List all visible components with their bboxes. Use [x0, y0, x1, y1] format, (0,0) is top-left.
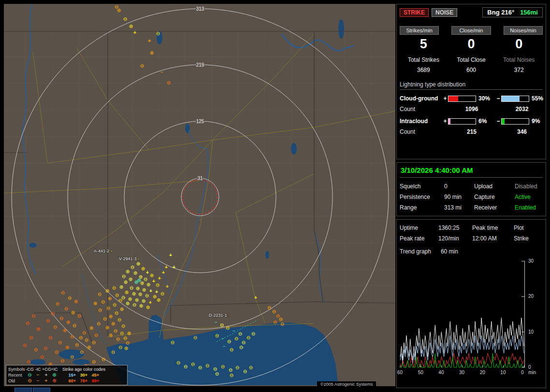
datetime-display: 3/10/2026 4:40:00 AM: [400, 166, 543, 178]
ic-plus-bar: [448, 118, 476, 125]
strike-button[interactable]: STRIKE: [400, 8, 429, 17]
strike-symbol: +: [148, 38, 151, 43]
strike-symbol: ⊕: [157, 297, 160, 303]
tray-item-2[interactable]: [33, 388, 50, 392]
totals-row: Total Strikes 3689 Total Close 600 Total…: [400, 56, 543, 73]
strike-symbol: ⊖: [68, 295, 72, 301]
strike-symbol: ⊖: [184, 364, 188, 369]
trend-x-tick: 30: [459, 370, 464, 375]
strikes-per-min-header: Strikes/min: [400, 26, 439, 35]
strike-symbol: ⊖: [118, 345, 122, 350]
strike-symbol: +: [166, 283, 169, 289]
strike-symbol: ⊖: [205, 363, 209, 368]
strike-symbol: ⊕: [71, 310, 75, 315]
intracloud-row: Intracloud + 6% − 9%: [400, 118, 543, 125]
noise-button[interactable]: NOISE: [432, 8, 457, 17]
minus-sign: −: [495, 95, 501, 102]
legend-row-label: Old: [8, 378, 26, 383]
strike-symbol: ⊖: [61, 290, 65, 295]
strike-symbol: ⊕: [87, 345, 91, 350]
legend-symbol: +: [42, 373, 50, 378]
system-panel: 3/10/2026 4:40:00 AM Squelch 0 Upload Di…: [396, 162, 546, 216]
tray-item-1[interactable]: [14, 388, 32, 392]
bearing-label: Bng 216°: [487, 9, 514, 16]
strike-symbol: ⊖: [140, 63, 144, 69]
strike-symbol: ⊕: [142, 287, 146, 293]
strike-symbol: ⊖: [64, 306, 68, 311]
legend-age-code: 60+: [64, 378, 76, 383]
strike-symbol: ⊖: [75, 342, 79, 348]
persistence-value: 90 min: [444, 194, 474, 200]
strike-symbol: ⊖: [80, 350, 84, 355]
strike-symbol: ⊕: [150, 273, 154, 278]
distribution-title: Lightning type distribution: [400, 81, 543, 90]
trend-x-tick: 50: [418, 370, 423, 375]
cg-minus-count: 2032: [501, 106, 543, 112]
strike-symbol: ⊕: [119, 284, 123, 290]
trend-window-value: 60 min: [441, 248, 458, 255]
strike-symbol: ⊕: [126, 269, 130, 274]
legend-age-title: Strike age color codes: [62, 367, 105, 372]
storm-track-label: V-2941-3 ›: [119, 256, 139, 261]
strike-symbol: ⊖: [191, 362, 195, 367]
strike-symbol: ⊖: [117, 317, 121, 322]
intracloud-count-row: Count 215 346: [400, 128, 543, 135]
strike-symbol: ⊖: [160, 291, 164, 296]
strike-symbol: ⊖: [123, 16, 127, 22]
strike-symbol: ⊖: [156, 282, 159, 288]
cg-minus-pct: 55%: [529, 95, 543, 102]
strike-symbol: ⊕: [109, 333, 113, 338]
strike-symbol: ⊖: [132, 302, 136, 308]
strike-symbol: ⊖: [72, 323, 76, 328]
strike-symbol: ⊕: [36, 326, 40, 332]
cg-plus-count: 1096: [448, 106, 495, 112]
storm-track-label: D-2231-1 ›: [209, 313, 230, 318]
peak-time-value: 12:00 AM: [472, 235, 514, 242]
cloud-ground-count-row: Count 1096 2032: [400, 106, 543, 112]
strike-symbol: ⊖: [171, 340, 174, 345]
strike-symbol: ⊖: [215, 333, 219, 338]
peak-time-label: Peak time: [472, 224, 514, 231]
strike-symbol: +: [169, 252, 172, 258]
ic-minus-pct: 9%: [529, 118, 543, 125]
total-close: Total Close 600: [448, 56, 495, 73]
strike-symbol: ⊖: [267, 305, 271, 310]
strike-symbol: ⊖: [27, 359, 30, 364]
persistence-label: Persistence: [400, 194, 444, 200]
strike-symbol: +: [152, 278, 155, 284]
ring-label-313: 313: [196, 6, 204, 12]
trend-graph: 30201006050403020100min: [400, 259, 543, 379]
capture-label: Capture: [474, 194, 515, 200]
total-close-label: Total Close: [448, 56, 495, 63]
strike-symbol: ⊕: [124, 280, 128, 285]
ic-minus-count: 346: [501, 128, 543, 135]
strike-symbol: ⊕: [139, 303, 143, 308]
strike-symbol: +: [162, 269, 165, 275]
peak-rate-label: Peak rate: [400, 235, 438, 242]
strike-symbol: ⊖: [101, 357, 105, 362]
strike-symbol: ⊖: [79, 335, 83, 340]
lightning-map[interactable]: 313 219 125 31 ⊕⊖⊕⊕+⊕⊕⊖⊕⊕⊖+⊕⊕⊕⊕⊖⊕⊖⊕⊕+⊕⊕⊕…: [4, 4, 395, 386]
strike-symbol: −: [223, 344, 226, 349]
ring-label-125: 125: [196, 119, 204, 124]
strike-symbol: ⊖: [273, 320, 277, 325]
strike-symbol: ⊕: [137, 278, 141, 283]
strike-symbol: ⊖: [246, 335, 250, 340]
plot-label: Plot: [514, 224, 543, 231]
count-label: Count: [400, 106, 442, 112]
strike-symbol: −: [221, 336, 224, 341]
upload-label: Upload: [474, 183, 515, 190]
strike-symbol: +: [155, 289, 158, 294]
strike-symbol: ⊖: [220, 322, 224, 328]
strike-symbol: ⊖: [92, 340, 96, 345]
strike-symbol: ⊕: [150, 50, 154, 56]
legend-header-row: Symbols -CG -IC +CG +IC Strike age color…: [8, 366, 125, 372]
map-svg[interactable]: 313 219 125 31 ⊕⊖⊕⊕+⊕⊕⊖⊕⊕⊖+⊕⊕⊕⊕⊖⊕⊖⊕⊕+⊕⊕⊕…: [4, 4, 395, 386]
strike-symbol: ⊖: [115, 310, 118, 316]
strike-symbol: ⊕: [66, 320, 70, 325]
squelch-label: Squelch: [400, 183, 444, 190]
strike-symbol: ⊖: [234, 336, 238, 341]
strike-symbol: +: [149, 288, 152, 294]
strike-symbol: ⊖: [249, 365, 253, 370]
total-strikes: Total Strikes 3689: [400, 56, 448, 73]
